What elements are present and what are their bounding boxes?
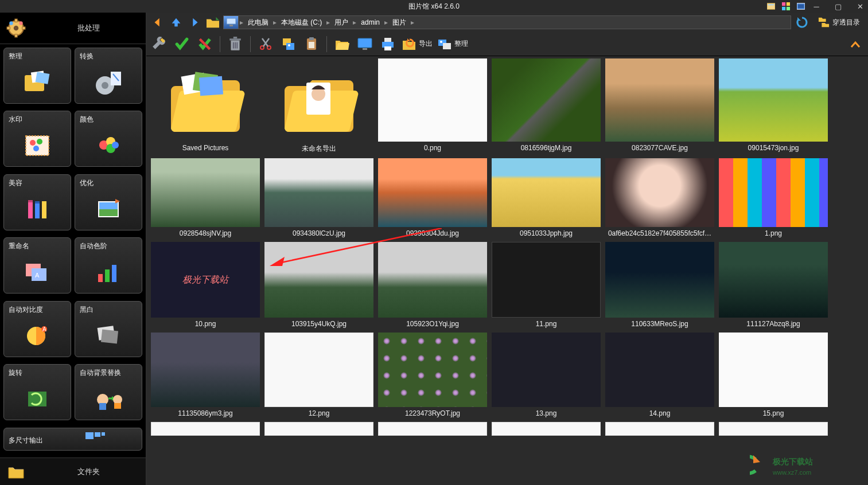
minimize-button[interactable]: ─ bbox=[811, 2, 822, 10]
crumb-segment[interactable]: 此电脑 bbox=[244, 18, 272, 26]
thumbnail-image bbox=[264, 158, 373, 227]
folder-tree-icon bbox=[818, 17, 830, 28]
tool-uncheck-button[interactable] bbox=[196, 35, 214, 53]
tool-organize-button[interactable]: 整理 bbox=[437, 35, 468, 53]
thumbnail-item[interactable]: 0.png bbox=[378, 58, 487, 154]
tile-icon bbox=[4, 124, 71, 166]
sidebar-tile-2[interactable]: 水印 bbox=[3, 111, 71, 167]
tray-icon-3[interactable] bbox=[797, 2, 805, 10]
thumbnail-item[interactable]: 13.png bbox=[492, 333, 601, 417]
sidebar-tile-7[interactable]: 自动色阶 bbox=[75, 237, 142, 294]
thumbnail-label: 09390304Jdu.jpg bbox=[406, 229, 459, 237]
sidebar-tile-0[interactable]: 整理 bbox=[3, 48, 71, 104]
tool-check-button[interactable] bbox=[173, 35, 191, 53]
tool-collapse-button[interactable] bbox=[846, 35, 865, 53]
tool-wrench-button[interactable] bbox=[150, 35, 168, 53]
tool-open-folder-button[interactable] bbox=[333, 35, 351, 53]
sidebar-tile-1[interactable]: 转换 bbox=[75, 48, 142, 104]
tile-icon bbox=[75, 124, 142, 166]
svg-rect-33 bbox=[35, 201, 40, 204]
crumb-segment[interactable]: 用户 bbox=[331, 18, 352, 26]
svg-rect-79 bbox=[443, 43, 451, 49]
thumbnail-item[interactable] bbox=[264, 422, 373, 436]
sidebar-tile-3[interactable]: 颜色 bbox=[75, 111, 142, 167]
tile-label: 水印 bbox=[4, 111, 71, 124]
thumbnail-item[interactable] bbox=[378, 422, 487, 436]
tool-paste-button[interactable] bbox=[302, 35, 321, 53]
thumbnail-item[interactable]: 11.png bbox=[492, 242, 601, 328]
tool-export-button[interactable]: 导出 bbox=[402, 35, 433, 53]
settings-gear-icon[interactable] bbox=[0, 18, 32, 38]
svg-rect-10 bbox=[14, 19, 17, 22]
sidebar-footer[interactable]: 文件夹 bbox=[0, 457, 146, 485]
thumbnail-item[interactable]: 0823077CAVE.jpg bbox=[605, 58, 714, 154]
nav-back-button[interactable] bbox=[150, 14, 166, 30]
title-bar: 图片馆 x64 2.6.0 ─ ▢ ✕ bbox=[0, 0, 868, 13]
thumbnail-item[interactable]: 110633MReoS.jpg bbox=[605, 242, 714, 328]
penetrate-dirs-button[interactable]: 穿透目录 bbox=[813, 17, 865, 28]
svg-rect-77 bbox=[384, 46, 391, 50]
refresh-button[interactable] bbox=[793, 15, 811, 29]
thumbnail-item[interactable]: 0816596tjgM.jpg bbox=[492, 58, 601, 154]
thumbnail-image: 极光下载站 bbox=[151, 242, 260, 318]
thumbnail-item[interactable]: 0951033Jpph.jpg bbox=[492, 158, 601, 237]
crumb-segment[interactable]: admin bbox=[357, 18, 383, 26]
thumbnail-item[interactable]: 0af6eb24c5182e7f405855fc5fcf… bbox=[605, 158, 714, 237]
thumbnail-label: 0928548sjNV.jpg bbox=[180, 229, 231, 237]
thumbnail-item[interactable]: 12.png bbox=[264, 333, 373, 417]
thumbnail-item[interactable]: 未命名导出 bbox=[264, 58, 373, 154]
thumbnail-item[interactable]: 09390304Jdu.jpg bbox=[378, 158, 487, 237]
thumbnail-item[interactable]: 111127Abzq8.jpg bbox=[719, 242, 828, 328]
tool-screen-button[interactable] bbox=[356, 35, 374, 53]
svg-rect-71 bbox=[309, 37, 314, 40]
thumbnail-item[interactable]: 0934380lCzU.jpg bbox=[264, 158, 373, 237]
svg-rect-12 bbox=[7, 27, 10, 29]
thumbnail-item[interactable] bbox=[719, 422, 828, 436]
tool-print-button[interactable] bbox=[379, 35, 397, 53]
svg-rect-55 bbox=[95, 432, 100, 437]
nav-folder-button[interactable] bbox=[205, 14, 221, 30]
thumbnail-item[interactable] bbox=[151, 422, 260, 436]
close-button[interactable]: ✕ bbox=[854, 2, 866, 10]
sidebar-tile-9[interactable]: 黑白 bbox=[75, 301, 142, 357]
sidebar-tile-6[interactable]: 重命名A bbox=[3, 237, 71, 294]
thumbnail-item[interactable]: 14.png bbox=[605, 333, 714, 417]
svg-text:A: A bbox=[42, 326, 46, 333]
sidebar-tile-11[interactable]: 自动背景替换 bbox=[75, 364, 142, 420]
thumbnail-item[interactable]: 1223473RyOT.jpg bbox=[378, 333, 487, 417]
tray-icon-2[interactable] bbox=[782, 2, 790, 10]
thumbnail-item[interactable]: Saved Pictures bbox=[151, 58, 260, 154]
sidebar-tile-4[interactable]: 美容 bbox=[3, 174, 71, 230]
sidebar-tile-12[interactable]: 多尺寸输出 bbox=[3, 428, 142, 451]
tool-trash-button[interactable] bbox=[226, 35, 244, 53]
tool-cut-button[interactable] bbox=[256, 35, 275, 53]
tool-copy-button[interactable] bbox=[279, 35, 298, 53]
thumbnail-item[interactable]: 09015473jon.jpg bbox=[719, 58, 828, 154]
maximize-button[interactable]: ▢ bbox=[832, 2, 844, 10]
nav-forward-button[interactable] bbox=[186, 14, 203, 30]
sidebar-tile-10[interactable]: 旋转 bbox=[3, 364, 71, 420]
thumbnail-item[interactable] bbox=[492, 422, 601, 436]
svg-rect-13 bbox=[22, 27, 25, 29]
thumbnail-grid[interactable]: Saved Pictures未命名导出0.png0816596tjgM.jpg0… bbox=[146, 56, 868, 485]
tile-icon bbox=[75, 251, 142, 293]
thumbnail-item[interactable]: 105923O1Yqi.jpg bbox=[378, 242, 487, 328]
thumbnail-item[interactable]: 15.png bbox=[719, 333, 828, 417]
thumbnail-item[interactable]: 0928548sjNV.jpg bbox=[151, 158, 260, 237]
crumb-segment[interactable]: 图片 bbox=[389, 18, 410, 26]
thumbnail-item[interactable]: 1.png bbox=[719, 158, 828, 237]
thumbnail-item[interactable]: 11135086ym3.jpg bbox=[151, 333, 260, 417]
nav-up-button[interactable] bbox=[168, 14, 184, 30]
sidebar-tile-5[interactable]: 优化 bbox=[75, 174, 142, 230]
crumb-segment[interactable]: 本地磁盘 (C:) bbox=[278, 18, 325, 26]
thumbnail-label: 111127Abzq8.jpg bbox=[746, 320, 800, 328]
tray-icon-1[interactable] bbox=[767, 2, 775, 10]
sidebar-tile-8[interactable]: 自动对比度A bbox=[3, 301, 71, 357]
thumbnail-item[interactable] bbox=[605, 422, 714, 436]
thumbnail-item[interactable]: 103915y4UkQ.jpg bbox=[264, 242, 373, 328]
thumbnail-item[interactable]: 极光下载站10.png bbox=[151, 242, 260, 328]
toolbar: 导出 整理 bbox=[146, 32, 868, 56]
thumbnail-label: 09015473jon.jpg bbox=[748, 144, 799, 152]
breadcrumb-bar[interactable]: ▸ 此电脑▸本地磁盘 (C:)▸用户▸admin▸图片▸ bbox=[223, 15, 791, 29]
tray-icons bbox=[767, 2, 805, 10]
